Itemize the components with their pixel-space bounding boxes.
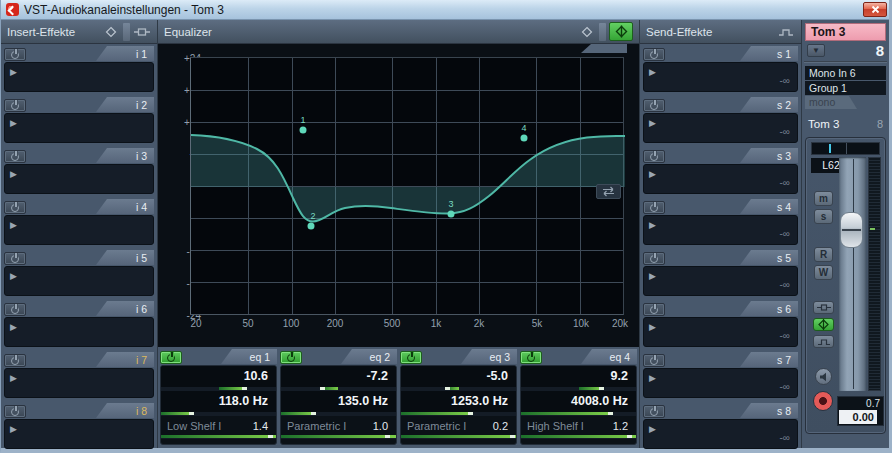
eq-freq-slider[interactable]	[521, 412, 636, 416]
insert-power-button[interactable]	[4, 405, 26, 418]
sends-bypass-button[interactable]	[813, 335, 834, 348]
inserts-bypass-button[interactable]	[813, 301, 834, 314]
preset-diamond-icon[interactable]	[102, 23, 120, 41]
insert-tab[interactable]: i 6	[96, 301, 154, 316]
eq-gain-slider[interactable]	[281, 387, 396, 391]
read-automation-button[interactable]: R	[814, 247, 833, 262]
insert-tab[interactable]: i 2	[96, 97, 154, 112]
mute-button[interactable]: m	[814, 191, 833, 206]
eq-freq-slider[interactable]	[161, 412, 276, 416]
send-power-button[interactable]	[643, 354, 665, 367]
eq-filter-type[interactable]: Parametric I	[407, 420, 466, 432]
eq-q-value[interactable]: 0.2	[493, 420, 508, 432]
send-power-button[interactable]	[643, 405, 665, 418]
output-routing[interactable]: Group 1	[805, 81, 886, 95]
monitor-button[interactable]	[815, 368, 832, 385]
insert-effect-selector[interactable]: ▶	[4, 317, 154, 347]
eq-point-1[interactable]	[300, 127, 307, 134]
insert-effect-selector[interactable]: ▶	[4, 368, 154, 398]
eq-freq-value[interactable]: 135.0 Hz	[281, 391, 396, 412]
eq-plot-area[interactable]: 1 2 3 4	[190, 57, 624, 315]
channel-name-header[interactable]: Tom 3	[805, 23, 886, 41]
eq-q-slider[interactable]	[401, 435, 516, 439]
channel-dropdown-button[interactable]: ▼	[807, 44, 825, 57]
eq-q-slider[interactable]	[521, 435, 636, 439]
send-effect-selector[interactable]: ▶-∞	[643, 113, 798, 143]
send-tab[interactable]: s 5	[740, 250, 798, 265]
insert-tab[interactable]: i 5	[96, 250, 154, 265]
send-effect-selector[interactable]: ▶-∞	[643, 164, 798, 194]
insert-effect-selector[interactable]: ▶	[4, 266, 154, 296]
insert-power-button[interactable]	[4, 99, 26, 112]
eq-gain-value[interactable]: 9.2	[521, 366, 636, 387]
eq-freq-value[interactable]: 4008.0 Hz	[521, 391, 636, 412]
send-effect-selector[interactable]: ▶-∞	[643, 215, 798, 245]
eq-point-2[interactable]	[308, 223, 315, 230]
eq-gain-slider[interactable]	[401, 387, 516, 391]
eq-q-value[interactable]: 1.4	[253, 420, 268, 432]
eq-filter-type[interactable]: High Shelf I	[527, 420, 584, 432]
eq-freq-slider[interactable]	[401, 412, 516, 416]
send-tab[interactable]: s 7	[740, 352, 798, 367]
eq-q-slider[interactable]	[161, 435, 276, 439]
eq-band-power-button[interactable]	[160, 351, 182, 364]
insert-effect-selector[interactable]: ▶	[4, 164, 154, 194]
eq-band-tab[interactable]: eq 4	[581, 349, 637, 364]
insert-tab[interactable]: i 1	[96, 46, 154, 61]
eq-q-value[interactable]: 1.0	[373, 420, 388, 432]
send-tab[interactable]: s 2	[740, 97, 798, 112]
record-enable-button[interactable]	[813, 391, 833, 411]
eq-gain-slider[interactable]	[161, 387, 276, 391]
fader-track[interactable]	[839, 157, 866, 391]
eq-active-button[interactable]	[609, 22, 633, 41]
eq-freq-value[interactable]: 118.0 Hz	[161, 391, 276, 412]
fader-handle[interactable]	[840, 212, 863, 248]
insert-effect-selector[interactable]: ▶	[4, 419, 154, 449]
eq-invert-button[interactable]	[596, 184, 621, 199]
send-effect-selector[interactable]: ▶-∞	[643, 368, 798, 398]
eq-gain-value[interactable]: -7.2	[281, 366, 396, 387]
send-effect-selector[interactable]: ▶-∞	[643, 266, 798, 296]
eq-band-tab[interactable]: eq 1	[221, 349, 277, 364]
eq-filter-type[interactable]: Parametric I	[287, 420, 346, 432]
eq-point-3[interactable]	[448, 211, 455, 218]
send-tab[interactable]: s 1	[740, 46, 798, 61]
send-power-button[interactable]	[643, 48, 665, 61]
insert-tab[interactable]: i 8	[96, 403, 154, 418]
send-power-button[interactable]	[643, 252, 665, 265]
eq-filter-type[interactable]: Low Shelf I	[167, 420, 221, 432]
sends-bypass-icon[interactable]	[777, 23, 795, 41]
send-tab[interactable]: s 4	[740, 199, 798, 214]
eq-band-power-button[interactable]	[280, 351, 302, 364]
insert-tab[interactable]: i 3	[96, 148, 154, 163]
eq-gain-slider[interactable]	[521, 387, 636, 391]
pan-control[interactable]	[811, 142, 880, 155]
inserts-bypass-icon[interactable]	[133, 23, 151, 41]
send-power-button[interactable]	[643, 99, 665, 112]
send-tab[interactable]: s 3	[740, 148, 798, 163]
eq-bypass-button[interactable]	[813, 318, 834, 331]
eq-freq-slider[interactable]	[281, 412, 396, 416]
insert-tab[interactable]: i 4	[96, 199, 154, 214]
eq-gain-value[interactable]: -5.0	[401, 366, 516, 387]
send-effect-selector[interactable]: ▶-∞	[643, 419, 798, 449]
write-automation-button[interactable]: W	[814, 265, 833, 280]
insert-effect-selector[interactable]: ▶	[4, 113, 154, 143]
insert-power-button[interactable]	[4, 150, 26, 163]
insert-effect-selector[interactable]: ▶	[4, 62, 154, 92]
eq-q-value[interactable]: 1.2	[613, 420, 628, 432]
eq-freq-value[interactable]: 1253.0 Hz	[401, 391, 516, 412]
fader-value[interactable]: 0.00	[839, 410, 877, 424]
send-tab[interactable]: s 6	[740, 301, 798, 316]
insert-power-button[interactable]	[4, 303, 26, 316]
send-power-button[interactable]	[643, 303, 665, 316]
insert-power-button[interactable]	[4, 201, 26, 214]
eq-band-tab[interactable]: eq 2	[341, 349, 397, 364]
eq-point-4[interactable]	[521, 135, 528, 142]
input-routing[interactable]: Mono In 6	[805, 66, 886, 80]
send-effect-selector[interactable]: ▶-∞	[643, 317, 798, 347]
send-power-button[interactable]	[643, 201, 665, 214]
close-button[interactable]	[863, 2, 887, 17]
eq-band-tab[interactable]: eq 3	[461, 349, 517, 364]
insert-tab[interactable]: i 7	[96, 352, 154, 367]
